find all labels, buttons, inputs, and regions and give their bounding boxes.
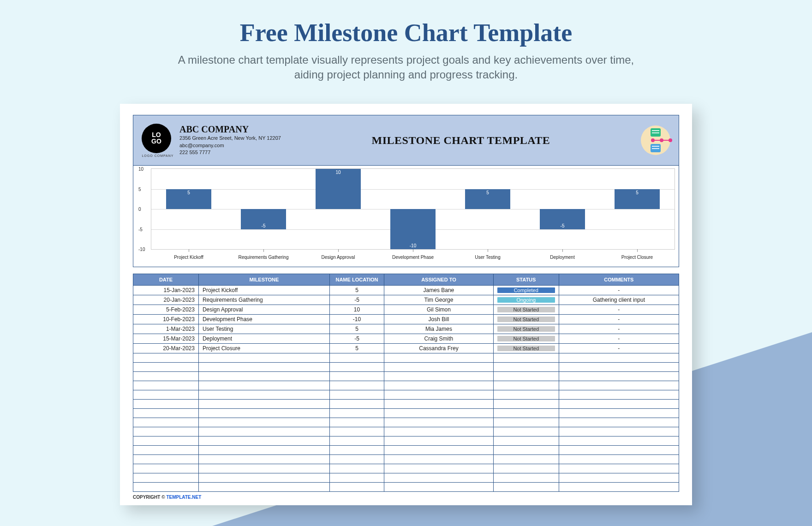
status-badge: Not Started [497,317,555,322]
chart-xlabel: Project Kickoff [151,255,226,260]
chart-xlabel: Design Approval [301,255,376,260]
cell-comments: - [559,305,679,315]
cell-date: 20-Jan-2023 [133,295,199,305]
cell-comments: - [559,324,679,334]
chart-bar-label: 5 [465,190,510,195]
table-row-empty [133,427,679,436]
table-row-empty [133,446,679,455]
chart-bar: 5 [615,189,659,209]
company-name: ABC COMPANY [179,124,281,135]
cell-date: 15-Mar-2023 [133,334,199,344]
cell-milestone: Deployment [198,334,329,344]
status-badge: Not Started [497,336,555,341]
chart-bar-label: 5 [615,190,659,195]
cell-location: -5 [329,295,384,305]
chart-xlabel: Requirements Gathering [226,255,301,260]
cell-status: Not Started [493,315,559,324]
chart-bar-label: -5 [241,223,286,228]
cell-assigned: Gil Simon [384,305,494,315]
cell-milestone: Design Approval [198,305,329,315]
table-row-empty [133,483,679,492]
chart-bar: 10 [316,169,360,209]
chart-ytick: -10 [138,247,145,252]
cell-comments: - [559,334,679,344]
cell-assigned: Mia James [384,324,494,334]
cell-location: 5 [329,344,384,353]
cell-location: 5 [329,324,384,334]
cell-date: 20-Mar-2023 [133,344,199,353]
table-row-empty [133,353,679,363]
chart-ytick: -5 [138,227,143,232]
template-document: LO GO LOGO COMPANY ABC COMPANY 2356 Gree… [120,104,692,505]
table-row-empty [133,409,679,418]
table-row: 20-Mar-2023Project Closure5Cassandra Fre… [133,344,679,353]
chart-ytick: 5 [138,186,141,191]
status-badge: Not Started [497,307,555,312]
chart-bar: -10 [390,209,435,249]
cell-milestone: Project Kickoff [198,286,329,295]
table-row-empty [133,372,679,381]
chart-xlabel: Development Phase [376,255,450,260]
cell-status: Not Started [493,324,559,334]
chart-bar-label: -10 [390,243,435,248]
document-header: LO GO LOGO COMPANY ABC COMPANY 2356 Gree… [133,115,679,166]
logo-text-bottom: GO [151,138,161,144]
table-row-empty [133,418,679,427]
table-row-empty [133,455,679,464]
cell-date: 15-Jan-2023 [133,286,199,295]
cell-date: 1-Mar-2023 [133,324,199,334]
table-row-empty [133,363,679,372]
table-header: NAME LOCATION [329,274,384,286]
cell-date: 5-Feb-2023 [133,305,199,315]
cell-milestone: Project Closure [198,344,329,353]
cell-comments: - [559,286,679,295]
chart-ytick: 0 [138,207,141,212]
template-link[interactable]: TEMPLATE.NET [166,495,201,500]
cell-location: -5 [329,334,384,344]
table-row-empty [133,464,679,473]
status-badge: Not Started [497,346,555,351]
logo-block: LO GO LOGO COMPANY [142,124,174,157]
chart-bar-label: 10 [316,170,360,175]
cell-date: 10-Feb-2023 [133,315,199,324]
status-badge: Not Started [497,326,555,332]
cell-comments: - [559,315,679,324]
table-row-empty [133,473,679,483]
table-row: 20-Jan-2023Requirements Gathering-5Tim G… [133,295,679,305]
chart-bar: -5 [241,209,286,229]
chart-bar: -5 [540,209,585,229]
company-email: abc@company.com [179,142,281,149]
cell-location: 10 [329,305,384,315]
chart-xlabel: User Testing [450,255,525,260]
cell-location: 5 [329,286,384,295]
chart-xlabel: Deployment [525,255,600,260]
page-title: Free Milestone Chart Template [0,0,812,47]
table-row: 10-Feb-2023Development Phase-10Josh Bill… [133,315,679,324]
cell-milestone: Requirements Gathering [198,295,329,305]
chart-bar-label: -5 [540,223,585,228]
page-subtitle: A milestone chart template visually repr… [164,53,648,83]
table-row-empty [133,436,679,446]
chart-ytick: 10 [138,167,143,172]
chart-bar: 5 [465,189,510,209]
milestone-chart: -10-505105Project Kickoff-5Requirements … [133,166,679,267]
company-info: ABC COMPANY 2356 Green Acre Sreet, New Y… [179,124,281,157]
table-row-empty [133,390,679,400]
table-header: STATUS [493,274,559,286]
copyright-label: COPYRIGHT © [133,495,165,500]
cell-status: Not Started [493,344,559,353]
cell-status: Completed [493,286,559,295]
status-badge: Completed [497,287,555,293]
cell-assigned: Tim George [384,295,494,305]
table-row: 1-Mar-2023User Testing5Mia JamesNot Star… [133,324,679,334]
cell-status: Ongoing [493,295,559,305]
table-header: ASSIGNED TO [384,274,494,286]
cell-status: Not Started [493,305,559,315]
cell-milestone: Development Phase [198,315,329,324]
table-row: 5-Feb-2023Design Approval10Gil SimonNot … [133,305,679,315]
copyright-footer: COPYRIGHT © TEMPLATE.NET [133,495,679,500]
chart-bar: 5 [166,189,211,209]
cell-assigned: James Bane [384,286,494,295]
table-row: 15-Jan-2023Project Kickoff5James BaneCom… [133,286,679,295]
chart-xlabel: Project Closure [600,255,675,260]
